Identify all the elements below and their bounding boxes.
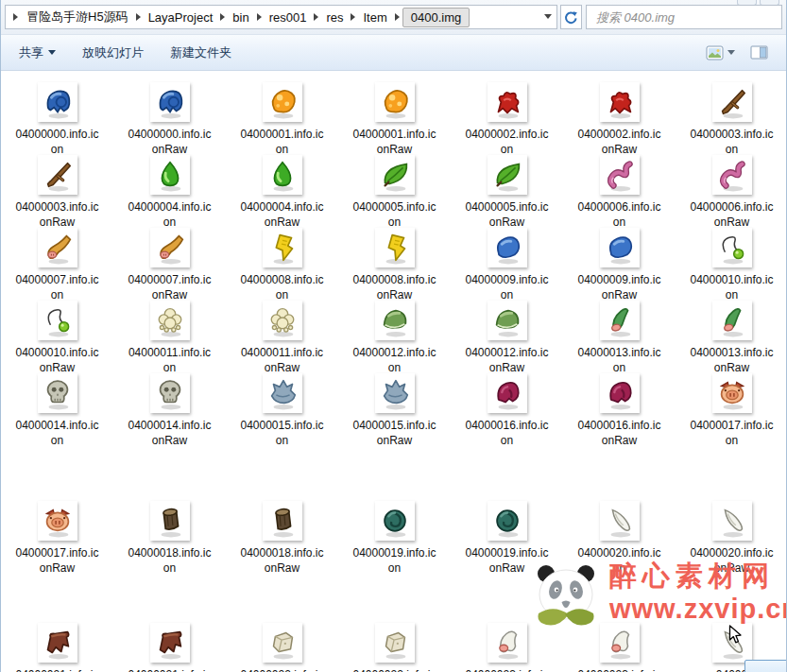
file-tile[interactable]: 04000003.info.iconRaw — [1, 153, 113, 230]
file-tile[interactable]: 04000015.info.icon — [226, 371, 338, 448]
file-tile[interactable]: 04000010.info.iconRaw — [1, 299, 113, 375]
file-tile[interactable]: 04000001.info.iconRaw — [338, 80, 451, 157]
breadcrumb-segment[interactable]: Item — [358, 8, 391, 27]
file-thumbnail — [150, 501, 190, 541]
file-tile[interactable]: 04000009.info.icon — [451, 226, 563, 302]
file-thumbnail — [375, 373, 415, 413]
file-tile[interactable]: 04000014.info.iconRaw — [113, 371, 226, 448]
search-input[interactable] — [587, 6, 781, 28]
file-list: 04000000.info.icon04000000.info.iconRaw0… — [1, 71, 786, 672]
file-tile[interactable]: 04000016.info.icon — [451, 371, 563, 448]
file-tile[interactable]: 04000009.info.iconRaw — [563, 226, 676, 302]
file-tile[interactable]: 04000000.info.iconRaw — [113, 80, 226, 157]
file-tile[interactable]: 04000015.info.iconRaw — [338, 371, 451, 448]
file-tile[interactable]: 04000002.info.iconRaw — [563, 80, 676, 157]
cream-cluster-icon — [152, 302, 188, 338]
file-tile[interactable]: 04000005.info.icon — [338, 153, 451, 230]
green-drop-icon — [152, 157, 188, 193]
address-dropdown-icon[interactable] — [544, 14, 552, 19]
file-thumbnail — [150, 228, 190, 267]
file-tile[interactable]: 04000004.info.icon — [113, 153, 226, 230]
file-thumbnail — [375, 82, 415, 122]
file-tile[interactable]: 04000007.info.icon — [1, 226, 113, 302]
file-tile[interactable]: 04000018.info.icon — [113, 499, 226, 576]
breadcrumb-segment[interactable]: 0400.img — [402, 8, 470, 27]
file-tile[interactable]: 04000014.info.icon — [1, 371, 113, 448]
wood-stump-icon — [265, 503, 300, 539]
file-tile[interactable]: 04000001.info.icon — [226, 80, 338, 157]
file-tile[interactable]: 04000020.info.iconRaw — [676, 499, 787, 576]
bark-scroll-icon — [40, 625, 76, 661]
file-tile[interactable]: 04000011.info.iconRaw — [226, 299, 338, 375]
change-view-button[interactable] — [701, 42, 740, 64]
pig-head-icon — [714, 375, 750, 411]
file-grid-row: 04000003.info.iconRaw04000004.info.icon0… — [1, 153, 786, 226]
file-tile[interactable]: 04000008.info.icon — [226, 226, 338, 302]
file-thumbnail — [375, 155, 415, 195]
file-name: 04000021.info.iconRaw — [113, 667, 226, 672]
file-tile[interactable]: 04000022.info.iconRaw — [338, 621, 451, 672]
slideshow-button[interactable]: 放映幻灯片 — [74, 40, 152, 66]
maroon-blob-icon — [489, 375, 525, 411]
file-tile[interactable]: 04000005.info.iconRaw — [451, 153, 563, 230]
file-tile[interactable]: 04000002.info.icon — [451, 80, 563, 157]
file-tile[interactable]: 04000020.info.icon — [563, 499, 676, 576]
file-tile[interactable]: 04000022.info.icon — [226, 621, 338, 672]
file-grid-row: 04000021.info.icon04000021.info.iconRaw0… — [1, 621, 786, 672]
blue-jelly-icon — [602, 230, 638, 266]
refresh-button[interactable] — [560, 5, 582, 29]
file-tile[interactable]: 04000008.info.iconRaw — [338, 226, 451, 302]
branch-icon — [714, 84, 750, 120]
file-tile[interactable]: 04000006.info.iconRaw — [676, 153, 787, 230]
file-tile[interactable]: 04000000.info.icon — [1, 80, 113, 157]
file-tile[interactable]: 04000023.info.icon — [451, 621, 563, 672]
file-name: 04000023.info.iconRaw — [563, 667, 676, 672]
file-tile[interactable]: 04000007.info.iconRaw — [113, 226, 226, 302]
file-tile[interactable]: 04000018.info.iconRaw — [226, 499, 338, 576]
breadcrumb-segment[interactable]: 冒险岛手游H5源码 — [22, 6, 133, 28]
yellow-scroll-icon — [377, 230, 413, 266]
green-leaf-icon — [489, 157, 525, 193]
file-name: 04000017.info.icon — [676, 418, 787, 448]
breadcrumb-separator-icon[interactable] — [257, 13, 262, 21]
new-folder-button[interactable]: 新建文件夹 — [162, 40, 240, 66]
file-grid-row: 04000017.info.iconRaw04000018.info.icon0… — [1, 499, 786, 572]
file-tile[interactable]: 04000017.info.iconRaw — [1, 499, 113, 576]
breadcrumb-separator-icon[interactable] — [395, 13, 400, 21]
file-tile[interactable]: 04000012.info.iconRaw — [451, 299, 563, 375]
breadcrumb-root-arrow-icon[interactable] — [13, 13, 18, 21]
file-tile[interactable]: 04000012.info.icon — [338, 299, 451, 375]
breadcrumb-segment[interactable]: res — [321, 8, 348, 27]
file-name: 04000019.info.iconRaw — [451, 545, 563, 576]
breadcrumb-separator-icon[interactable] — [314, 13, 318, 21]
file-tile[interactable]: 04000013.info.icon — [563, 299, 676, 375]
preview-pane-button[interactable] — [745, 42, 773, 63]
file-thumbnail — [263, 82, 302, 122]
file-tile[interactable]: 04000004.info.iconRaw — [226, 153, 338, 230]
file-tile[interactable]: 04000016.info.iconRaw — [563, 371, 676, 448]
file-tile[interactable]: 04000010.info.icon — [676, 226, 787, 302]
file-tile[interactable]: 04000021.info.iconRaw — [113, 621, 226, 672]
file-tile[interactable]: 04000021.info.icon — [1, 621, 113, 672]
file-tile[interactable]: 04000006.info.icon — [563, 153, 676, 230]
file-tile[interactable]: 04000023.info.iconRaw — [563, 621, 676, 672]
file-name: 04000018.info.icon — [113, 545, 226, 576]
share-button[interactable]: 共享 — [10, 40, 64, 66]
file-tile[interactable]: 04000003.info.icon — [676, 80, 787, 157]
file-tile[interactable]: 04000013.info.iconRaw — [676, 299, 787, 375]
file-tile[interactable]: 04000019.info.iconRaw — [451, 499, 563, 576]
file-thumbnail — [38, 501, 77, 541]
breadcrumb-segment[interactable]: res001 — [265, 8, 312, 27]
breadcrumb-segment[interactable]: LayaProject — [144, 8, 218, 27]
file-thumbnail — [263, 155, 302, 195]
file-tile[interactable]: 04000011.info.icon — [113, 299, 226, 375]
refresh-icon — [564, 10, 578, 25]
breadcrumb-separator-icon[interactable] — [351, 13, 355, 21]
breadcrumb-segment[interactable]: bin — [228, 8, 253, 27]
breadcrumb-separator-icon[interactable] — [136, 13, 141, 21]
file-thumbnail — [38, 155, 77, 195]
breadcrumb-separator-icon[interactable] — [220, 13, 225, 21]
file-tile[interactable]: 04000017.info.icon — [676, 371, 787, 448]
file-tile[interactable]: 04000019.info.icon — [338, 499, 451, 576]
chevron-down-icon — [48, 50, 56, 55]
